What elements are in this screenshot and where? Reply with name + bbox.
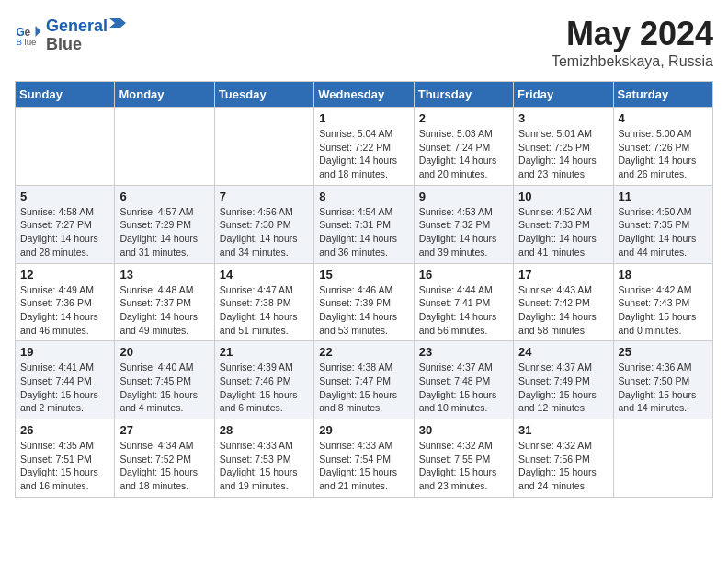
calendar-cell: 19Sunrise: 4:41 AM Sunset: 7:44 PM Dayli… (16, 341, 115, 419)
svg-marker-5 (109, 18, 126, 28)
day-number: 4 (619, 111, 708, 125)
day-number: 18 (619, 268, 708, 282)
calendar-cell: 29Sunrise: 4:33 AM Sunset: 7:54 PM Dayli… (314, 419, 414, 498)
calendar-week-row: 19Sunrise: 4:41 AM Sunset: 7:44 PM Dayli… (16, 341, 713, 419)
day-number: 22 (319, 345, 408, 359)
calendar-cell: 8Sunrise: 4:54 AM Sunset: 7:31 PM Daylig… (314, 185, 414, 263)
day-info: Sunrise: 4:49 AM Sunset: 7:36 PM Dayligh… (20, 283, 109, 338)
calendar-cell (613, 419, 712, 498)
day-info: Sunrise: 4:33 AM Sunset: 7:54 PM Dayligh… (319, 439, 408, 493)
calendar-cell: 17Sunrise: 4:43 AM Sunset: 7:42 PM Dayli… (514, 263, 613, 341)
day-number: 5 (20, 190, 109, 203)
calendar-cell: 4Sunrise: 5:00 AM Sunset: 7:26 PM Daylig… (613, 108, 712, 186)
day-info: Sunrise: 4:40 AM Sunset: 7:45 PM Dayligh… (119, 361, 209, 415)
logo-icon: G e B lue (15, 20, 42, 48)
calendar-cell (115, 108, 214, 186)
calendar-cell: 27Sunrise: 4:34 AM Sunset: 7:52 PM Dayli… (115, 419, 214, 498)
day-number: 15 (319, 268, 408, 282)
calendar-cell: 28Sunrise: 4:33 AM Sunset: 7:53 PM Dayli… (214, 419, 313, 498)
day-number: 1 (319, 111, 408, 125)
day-number: 20 (119, 345, 209, 359)
day-number: 25 (619, 345, 708, 359)
day-info: Sunrise: 4:32 AM Sunset: 7:55 PM Dayligh… (419, 439, 508, 493)
day-info: Sunrise: 4:53 AM Sunset: 7:32 PM Dayligh… (419, 205, 508, 259)
calendar-week-row: 12Sunrise: 4:49 AM Sunset: 7:36 PM Dayli… (16, 263, 713, 341)
calendar-table: SundayMondayTuesdayWednesdayThursdayFrid… (15, 81, 713, 498)
day-info: Sunrise: 4:42 AM Sunset: 7:43 PM Dayligh… (619, 283, 708, 338)
day-info: Sunrise: 4:38 AM Sunset: 7:47 PM Dayligh… (319, 361, 408, 415)
calendar-cell: 9Sunrise: 4:53 AM Sunset: 7:32 PM Daylig… (414, 185, 513, 263)
day-number: 29 (319, 423, 408, 437)
day-number: 24 (518, 345, 608, 359)
day-info: Sunrise: 4:57 AM Sunset: 7:29 PM Dayligh… (119, 205, 209, 259)
day-info: Sunrise: 4:32 AM Sunset: 7:56 PM Dayligh… (518, 439, 608, 493)
logo-general: General (46, 17, 108, 36)
calendar-cell: 12Sunrise: 4:49 AM Sunset: 7:36 PM Dayli… (16, 263, 115, 341)
day-info: Sunrise: 4:46 AM Sunset: 7:39 PM Dayligh… (319, 283, 408, 338)
weekday-header: Monday (115, 82, 214, 108)
calendar-cell: 21Sunrise: 4:39 AM Sunset: 7:46 PM Dayli… (214, 341, 313, 419)
day-info: Sunrise: 4:43 AM Sunset: 7:42 PM Dayligh… (518, 283, 608, 338)
day-number: 2 (419, 111, 508, 125)
calendar-cell: 15Sunrise: 4:46 AM Sunset: 7:39 PM Dayli… (314, 263, 414, 341)
calendar-week-row: 26Sunrise: 4:35 AM Sunset: 7:51 PM Dayli… (16, 419, 713, 498)
day-number: 11 (619, 190, 708, 203)
day-number: 23 (419, 345, 508, 359)
svg-text:B: B (17, 37, 23, 47)
calendar-cell: 2Sunrise: 5:03 AM Sunset: 7:24 PM Daylig… (414, 108, 513, 186)
calendar-header-row: SundayMondayTuesdayWednesdayThursdayFrid… (16, 82, 713, 108)
day-info: Sunrise: 4:35 AM Sunset: 7:51 PM Dayligh… (20, 439, 109, 493)
logo: G e B lue General Blue (15, 15, 128, 54)
weekday-header: Thursday (414, 82, 513, 108)
calendar-cell (214, 108, 313, 186)
logo-arrow (109, 15, 128, 31)
calendar-week-row: 1Sunrise: 5:04 AM Sunset: 7:22 PM Daylig… (16, 108, 713, 186)
day-info: Sunrise: 4:54 AM Sunset: 7:31 PM Dayligh… (319, 205, 408, 259)
calendar-cell: 10Sunrise: 4:52 AM Sunset: 7:33 PM Dayli… (514, 185, 613, 263)
day-number: 16 (419, 268, 508, 282)
day-number: 9 (419, 190, 508, 203)
calendar-cell: 25Sunrise: 4:36 AM Sunset: 7:50 PM Dayli… (613, 341, 712, 419)
day-info: Sunrise: 4:36 AM Sunset: 7:50 PM Dayligh… (619, 361, 708, 415)
weekday-header: Saturday (613, 82, 712, 108)
day-number: 27 (119, 423, 209, 437)
svg-marker-4 (36, 26, 41, 37)
day-info: Sunrise: 4:37 AM Sunset: 7:48 PM Dayligh… (419, 361, 508, 415)
calendar-cell: 23Sunrise: 4:37 AM Sunset: 7:48 PM Dayli… (414, 341, 513, 419)
month-title: May 2024 (552, 15, 713, 53)
day-number: 28 (220, 423, 309, 437)
calendar-cell: 30Sunrise: 4:32 AM Sunset: 7:55 PM Dayli… (414, 419, 513, 498)
day-number: 21 (220, 345, 309, 359)
location: Temizhbekskaya, Russia (552, 53, 713, 70)
day-info: Sunrise: 4:39 AM Sunset: 7:46 PM Dayligh… (220, 361, 309, 415)
calendar-cell: 3Sunrise: 5:01 AM Sunset: 7:25 PM Daylig… (514, 108, 613, 186)
day-number: 8 (319, 190, 408, 203)
calendar-cell: 7Sunrise: 4:56 AM Sunset: 7:30 PM Daylig… (214, 185, 313, 263)
day-info: Sunrise: 4:41 AM Sunset: 7:44 PM Dayligh… (20, 361, 109, 415)
day-info: Sunrise: 4:34 AM Sunset: 7:52 PM Dayligh… (119, 439, 209, 493)
calendar-cell: 11Sunrise: 4:50 AM Sunset: 7:35 PM Dayli… (613, 185, 712, 263)
day-info: Sunrise: 4:50 AM Sunset: 7:35 PM Dayligh… (619, 205, 708, 259)
calendar-cell: 24Sunrise: 4:37 AM Sunset: 7:49 PM Dayli… (514, 341, 613, 419)
svg-text:lue: lue (25, 37, 37, 47)
calendar-cell: 26Sunrise: 4:35 AM Sunset: 7:51 PM Dayli… (16, 419, 115, 498)
calendar-cell: 13Sunrise: 4:48 AM Sunset: 7:37 PM Dayli… (115, 263, 214, 341)
calendar-cell: 5Sunrise: 4:58 AM Sunset: 7:27 PM Daylig… (16, 185, 115, 263)
day-number: 7 (220, 190, 309, 203)
day-number: 19 (20, 345, 109, 359)
calendar-cell: 16Sunrise: 4:44 AM Sunset: 7:41 PM Dayli… (414, 263, 513, 341)
day-info: Sunrise: 4:33 AM Sunset: 7:53 PM Dayligh… (220, 439, 309, 493)
day-number: 13 (119, 268, 209, 282)
day-info: Sunrise: 4:44 AM Sunset: 7:41 PM Dayligh… (419, 283, 508, 338)
calendar-cell: 1Sunrise: 5:04 AM Sunset: 7:22 PM Daylig… (314, 108, 414, 186)
day-number: 30 (419, 423, 508, 437)
logo-blue: Blue (46, 36, 128, 54)
calendar-week-row: 5Sunrise: 4:58 AM Sunset: 7:27 PM Daylig… (16, 185, 713, 263)
day-number: 3 (518, 111, 608, 125)
day-info: Sunrise: 5:01 AM Sunset: 7:25 PM Dayligh… (518, 127, 608, 181)
day-number: 14 (220, 268, 309, 282)
calendar-cell (16, 108, 115, 186)
day-number: 26 (20, 423, 109, 437)
day-info: Sunrise: 4:37 AM Sunset: 7:49 PM Dayligh… (518, 361, 608, 415)
weekday-header: Wednesday (314, 82, 414, 108)
